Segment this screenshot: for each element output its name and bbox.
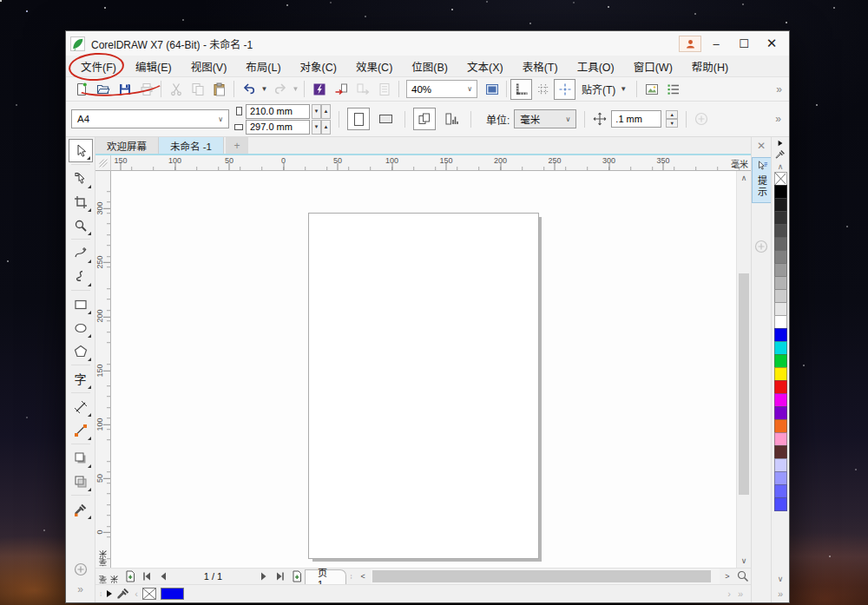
portrait-button[interactable]: [347, 108, 370, 130]
color-swatch-no-color[interactable]: [774, 172, 787, 186]
rectangle-tool[interactable]: [69, 293, 93, 316]
text-tool[interactable]: 字: [69, 367, 93, 391]
quick-customize-icon[interactable]: [754, 240, 768, 253]
palette-overflow-icon[interactable]: »: [778, 589, 783, 599]
smart-drawing-tool[interactable]: [69, 265, 93, 288]
new-document-button[interactable]: [70, 79, 92, 100]
ellipse-tool[interactable]: [69, 316, 93, 339]
propbar-overflow-button[interactable]: »: [775, 113, 784, 125]
color-swatch-periwinkle[interactable]: [774, 471, 787, 485]
palette-flyout-icon[interactable]: [779, 141, 783, 146]
color-swatch-gray-10[interactable]: [774, 302, 787, 316]
color-swatch-gray-30[interactable]: [774, 276, 787, 290]
zoom-tool[interactable]: [69, 214, 93, 237]
hints-docker-tab[interactable]: 提示: [752, 157, 771, 203]
import-button[interactable]: [330, 79, 352, 100]
options-button[interactable]: [641, 79, 662, 100]
color-swatch-yellow[interactable]: [774, 367, 787, 381]
parallel-dimension-tool[interactable]: [69, 395, 93, 418]
first-page-button[interactable]: [138, 569, 155, 584]
add-page-end-button[interactable]: [288, 569, 305, 584]
new-document-tab-button[interactable]: +: [226, 137, 248, 154]
close-document-icon[interactable]: ✕: [757, 140, 766, 154]
color-swatch-gray-20[interactable]: [774, 289, 787, 303]
color-swatch-white[interactable]: [774, 315, 787, 329]
height-up-button[interactable]: ▲: [321, 120, 331, 135]
color-swatch-gray-50[interactable]: [774, 250, 787, 264]
menu-item-help[interactable]: 帮助(H): [682, 55, 738, 78]
menu-item-layout[interactable]: 布局(L): [236, 55, 290, 78]
color-swatch-royal-blue[interactable]: [774, 497, 787, 511]
landscape-button[interactable]: [374, 108, 397, 130]
paper-height-input[interactable]: 297.0 mm: [246, 120, 310, 135]
statusbar-overflow-icon[interactable]: »: [738, 589, 743, 599]
connector-tool[interactable]: [69, 418, 93, 442]
show-rulers-button[interactable]: [510, 79, 532, 100]
color-swatch-gray-60[interactable]: [774, 237, 787, 251]
palette-scroll-up-icon[interactable]: ∧: [778, 162, 784, 171]
minimize-button[interactable]: –: [703, 34, 729, 53]
color-swatch-red[interactable]: [774, 380, 787, 394]
scroll-down-icon[interactable]: ∨: [737, 554, 751, 568]
color-swatch-gray-90[interactable]: [774, 198, 787, 212]
polygon-tool[interactable]: [69, 339, 93, 363]
navigator-zoom-icon[interactable]: [734, 569, 751, 584]
menu-item-window[interactable]: 窗口(W): [624, 55, 682, 78]
toolbar-overflow-button[interactable]: »: [776, 83, 785, 95]
shape-tool[interactable]: [69, 167, 93, 190]
color-eyedropper-tool[interactable]: [69, 497, 93, 521]
transparency-tool[interactable]: [69, 470, 93, 493]
scroll-right-icon[interactable]: >: [720, 569, 734, 584]
show-grid-button[interactable]: [532, 79, 554, 100]
snap-to-dropdown[interactable]: 贴齐(T)▼: [575, 79, 633, 100]
nudge-down-button[interactable]: ▼: [666, 119, 678, 128]
nudge-distance-input[interactable]: .1 mm: [611, 110, 661, 128]
page-a4[interactable]: [308, 213, 539, 559]
all-pages-button[interactable]: [413, 108, 436, 130]
add-tool-icon[interactable]: [74, 562, 88, 576]
color-swatch-gray-70[interactable]: [774, 224, 787, 238]
paste-button[interactable]: [208, 79, 230, 100]
last-page-button[interactable]: [272, 569, 288, 584]
document-tab-1[interactable]: 未命名 -1: [159, 137, 224, 154]
color-swatch-purple[interactable]: [774, 406, 787, 420]
drawing-canvas[interactable]: [111, 171, 736, 568]
color-swatch-gray-40[interactable]: [774, 263, 787, 277]
nudge-up-button[interactable]: ▲: [666, 110, 678, 119]
color-swatch-cyan[interactable]: [774, 341, 787, 355]
statusbar-grip[interactable]: ⁞: [100, 590, 102, 598]
undo-dropdown-icon[interactable]: ▼: [260, 79, 269, 100]
eyedropper-icon[interactable]: [116, 587, 130, 601]
close-button[interactable]: ✕: [759, 34, 785, 53]
color-swatch-pale-lavender[interactable]: [774, 458, 787, 472]
fullscreen-preview-button[interactable]: [481, 79, 503, 100]
paper-size-select[interactable]: A4 ∨: [71, 109, 229, 128]
units-select[interactable]: 毫米 ∨: [514, 109, 576, 128]
zoom-level-select[interactable]: 40%∨: [406, 80, 477, 98]
title-bar[interactable]: CorelDRAW X7 (64-Bit) - 未命名 -1 – ☐ ✕: [66, 31, 789, 56]
pick-tool[interactable]: [69, 139, 93, 162]
color-swatch-medium-blue[interactable]: [774, 484, 787, 498]
menu-item-edit[interactable]: 编辑(E): [126, 55, 181, 78]
current-page-button[interactable]: [440, 108, 463, 130]
menu-item-bitmaps[interactable]: 位图(B): [402, 55, 457, 78]
fill-color-swatch[interactable]: [161, 588, 184, 600]
width-down-button[interactable]: ▼: [312, 104, 321, 119]
toolbox-overflow-icon[interactable]: »: [77, 583, 83, 595]
save-button[interactable]: [114, 79, 135, 100]
menu-item-table[interactable]: 表格(T): [513, 55, 568, 78]
vertical-scroll-thumb[interactable]: [739, 273, 749, 495]
menu-item-tools[interactable]: 工具(O): [568, 55, 624, 78]
color-swatch-magenta[interactable]: [774, 393, 787, 407]
crop-tool[interactable]: [69, 190, 93, 214]
height-down-button[interactable]: ▼: [312, 120, 321, 135]
add-page-start-button[interactable]: [122, 569, 138, 584]
menu-item-effects[interactable]: 效果(C): [346, 55, 402, 78]
menu-item-file[interactable]: 文件(F): [71, 55, 126, 78]
vertical-ruler[interactable]: 毫米 300250200150100500: [95, 171, 111, 568]
paper-width-input[interactable]: 210.0 mm: [246, 104, 310, 119]
page-tab[interactable]: 页 1: [305, 569, 346, 584]
undo-button[interactable]: [238, 79, 260, 100]
color-swatch-black[interactable]: [774, 185, 787, 199]
splitter-handle[interactable]: ⁞: [346, 569, 356, 584]
